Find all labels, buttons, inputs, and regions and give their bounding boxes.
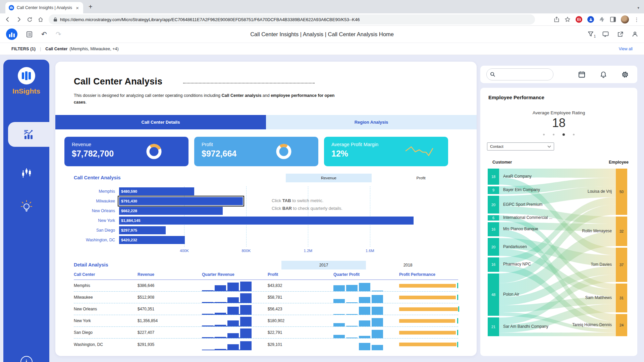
extension-microstrategy-icon[interactable] [576,16,582,23]
customer-label: International Commercial ... [503,215,552,220]
customer-node: 18 [488,169,499,185]
bookmark-star-icon[interactable] [565,16,571,22]
filter-values: (Memphis, Milwaukee, +4) [69,47,118,51]
tab-close-icon[interactable]: × [75,5,80,11]
brand-name: InSights [12,87,40,95]
bar-milwaukee[interactable]: $791,430 [119,197,243,205]
insights-logo[interactable] [18,67,35,84]
chart-instructions: Click TAB to switch metric.Click BAR to … [272,197,342,213]
year-tab-2018[interactable]: 2018 [381,261,435,269]
page-dot-4[interactable] [573,134,575,135]
sidebar-item-boxplot[interactable] [3,168,49,179]
bar-washington-dc[interactable]: $420,232 [119,236,185,244]
filter-name[interactable]: Call Center [45,47,67,51]
browser-tab[interactable]: Call Center Insights | Analysis | × [5,2,83,13]
tab-call-center-details[interactable]: Call Center Details [55,115,266,129]
bar-memphis[interactable]: $480,590 [119,187,194,195]
filters-label: FILTERS (1) [11,47,36,51]
bar-new-york[interactable]: $1,884,145 [119,217,414,225]
cell-profit: $29,101 [268,342,333,347]
cell-call-center: San Diego [74,330,138,335]
bar-category-label: San Diego [74,228,119,233]
extensions-puzzle-icon[interactable] [599,16,605,22]
browser-url-bar: https://demo.microstrategy.com/MicroStra… [0,13,644,26]
customer-label: Bayer Elm Company [503,187,540,192]
side-panel-icon[interactable] [610,17,616,22]
bullet-target-tick [457,342,458,347]
column-header: Profit Performance [399,272,458,277]
employee-node: 37 [616,248,627,282]
kpi-label: Profit [202,142,311,147]
sidebar-item-insights[interactable] [3,200,49,213]
cell-profit: $56,423 [268,307,333,311]
tab-region-analysis[interactable]: Region Analysis [266,115,477,129]
kpi-card-1[interactable]: Revenue$7,782,700 [64,137,189,166]
extension-account-icon[interactable] [587,16,594,23]
kpi-value: $972,664 [202,149,311,159]
cell-revenue: $227,407 [138,330,202,335]
donut-icon [146,143,162,160]
filters-separator: | [40,47,41,51]
year-tab-2017[interactable]: 2017 [281,261,366,269]
pagination-dots [480,133,637,136]
search-input[interactable] [486,68,553,80]
profit-performance-bullet [399,295,460,300]
profit-performance-bullet [399,318,460,323]
redo-icon[interactable]: ↷ [56,30,61,38]
back-icon[interactable] [5,16,11,22]
bullet-bar [399,296,456,299]
notifications-bell-icon[interactable] [600,71,607,78]
new-tab-button[interactable]: + [89,3,93,11]
view-all-link[interactable]: View all [619,47,633,51]
page-dot-2[interactable] [553,134,554,135]
customer-label: Pharmacy NPC [503,262,531,266]
bullet-bar [399,343,457,346]
calendar-icon[interactable] [578,71,585,78]
employee-label: Tom Davies [591,262,612,267]
profit-performance-bullet [399,342,460,347]
customer-node: 6 [488,215,499,221]
page-dot-1[interactable] [543,134,545,135]
url-text: https://demo.microstrategy.com/MicroStra… [60,17,360,22]
column-header: Quarter Revenue [202,272,268,277]
bar-san-diego[interactable]: $297,975 [119,226,166,234]
info-button[interactable]: i [20,356,33,362]
comment-icon[interactable] [602,31,609,37]
home-icon[interactable] [38,16,44,22]
microstrategy-logo[interactable] [6,28,17,40]
profile-avatar[interactable] [621,15,629,23]
bar-new-orleans[interactable]: $662,228 [119,207,223,215]
bullet-bar [399,307,458,311]
x-tick-label: 400K [180,249,189,253]
table-of-contents-icon[interactable] [26,31,33,38]
page-dot-3[interactable] [562,133,565,136]
filter-icon[interactable]: 1 [588,31,594,37]
sidebar-item-dashboard[interactable] [8,122,49,147]
contact-dropdown[interactable]: Contact [487,142,554,150]
bar-row-washington-dc: Washington, DC$420,232 [74,235,458,245]
customer-node: 21 [488,317,499,336]
bar-category-label: New Orleans [74,208,119,213]
profit-performance-bullet [399,306,460,312]
share-icon[interactable] [617,31,624,37]
legend-profit[interactable]: Profit [394,174,448,182]
average-rating-label: Average Employee Rating [480,110,637,115]
kpi-card-2[interactable]: Profit$972,664 [194,137,318,166]
legend-revenue[interactable]: Revenue [286,174,372,182]
column-header: Revenue [138,272,202,277]
undo-icon[interactable]: ↶ [41,30,47,38]
browser-menu-icon[interactable]: ⋮ [634,16,639,23]
bullet-target-tick [458,306,459,312]
contact-dropdown-value: Contact [490,144,503,148]
reload-icon[interactable] [27,17,33,22]
forward-icon[interactable] [16,16,22,22]
account-icon[interactable] [632,31,638,37]
workspace: InSights i Call Center Analysis This dos… [0,55,644,362]
sankey-links [488,169,627,336]
share-page-icon[interactable] [554,16,559,22]
tab-search-chevron-icon[interactable]: ▾ [637,6,639,10]
right-toolbar-card [480,66,637,83]
kpi-card-3[interactable]: Average Profit Margin12% [324,137,448,166]
settings-gear-icon[interactable] [622,71,629,78]
url-field[interactable]: https://demo.microstrategy.com/MicroStra… [49,14,535,24]
